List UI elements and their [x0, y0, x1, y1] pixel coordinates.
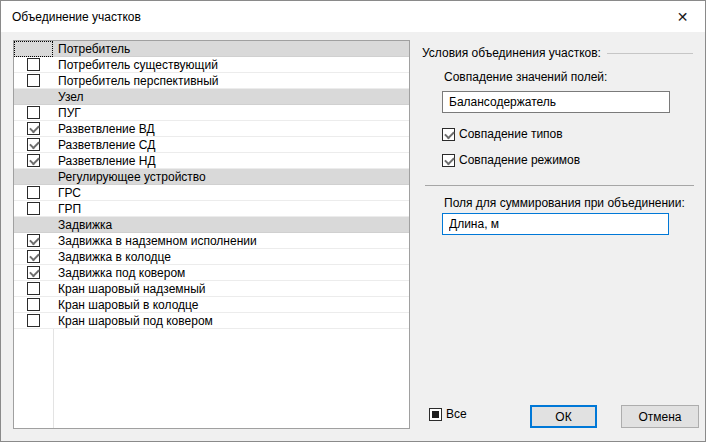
row-checkbox[interactable] — [27, 298, 40, 311]
list-item[interactable]: Разветвление СД — [14, 137, 409, 153]
list-item[interactable]: ПУГ — [14, 105, 409, 121]
list-item[interactable]: Кран шаровый под ковером — [14, 313, 409, 329]
row-checkbox[interactable] — [27, 122, 40, 135]
list-item[interactable]: Задвижка под ковером — [14, 265, 409, 281]
checkbox-cell[interactable] — [14, 137, 53, 153]
row-checkbox[interactable] — [27, 266, 40, 279]
checkbox-cell — [14, 169, 53, 185]
row-label: Разветвление ВД — [53, 122, 155, 136]
checkbox-cell[interactable] — [14, 313, 53, 329]
row-label: Узел — [53, 90, 84, 104]
match-types-label: Совпадение типов — [455, 127, 563, 141]
checkbox-cell[interactable] — [14, 73, 53, 89]
row-label: Кран шаровый в колодце — [53, 298, 198, 312]
checkbox-cell — [14, 217, 53, 233]
list-rows-container: ПотребительПотребитель существующийПотре… — [14, 41, 409, 329]
match-fields-input[interactable] — [442, 91, 670, 113]
checkbox-cell — [14, 89, 53, 105]
panel-separator — [425, 185, 694, 186]
list-group-header[interactable]: Узел — [14, 89, 409, 105]
select-all-checkbox-row[interactable]: Все — [429, 407, 467, 421]
match-types-checkbox[interactable] — [442, 128, 455, 141]
checkbox-cell[interactable] — [14, 153, 53, 169]
match-types-checkbox-row[interactable]: Совпадение типов — [442, 127, 563, 141]
row-checkbox[interactable] — [27, 234, 40, 247]
list-group-header[interactable]: Регулирующее устройство — [14, 169, 409, 185]
conditions-group-title: Условия объединения участков: — [422, 46, 601, 60]
row-checkbox[interactable] — [27, 314, 40, 327]
row-label: ПУГ — [53, 106, 81, 120]
row-label: Кран шаровый под ковером — [53, 314, 213, 328]
close-button[interactable]: ✕ — [660, 1, 705, 32]
row-label: Потребитель существующий — [53, 58, 218, 72]
list-item[interactable]: Потребитель существующий — [14, 57, 409, 73]
row-checkbox[interactable] — [27, 138, 40, 151]
row-checkbox[interactable] — [27, 202, 40, 215]
row-label: Регулирующее устройство — [53, 170, 206, 184]
checkbox-cell[interactable] — [14, 105, 53, 121]
row-checkbox[interactable] — [27, 106, 40, 119]
row-checkbox[interactable] — [27, 74, 40, 87]
cancel-button[interactable]: Отмена — [621, 405, 699, 428]
match-modes-checkbox-row[interactable]: Совпадение режимов — [442, 153, 580, 167]
titlebar: Объединение участков — [1, 1, 705, 32]
row-label: Задвижка в надземном исполнении — [53, 234, 257, 248]
list-item[interactable]: Задвижка в колодце — [14, 249, 409, 265]
select-all-checkbox[interactable] — [429, 408, 442, 421]
checkbox-cell — [14, 41, 53, 57]
list-item[interactable]: Кран шаровый в колодце — [14, 297, 409, 313]
row-label: Кран шаровый надземный — [53, 282, 206, 296]
match-fields-label: Совпадение значений полей: — [444, 70, 607, 84]
row-checkbox[interactable] — [27, 250, 40, 263]
row-checkbox[interactable] — [27, 154, 40, 167]
checkbox-cell[interactable] — [14, 57, 53, 73]
list-item[interactable]: Потребитель перспективный — [14, 73, 409, 89]
checkbox-cell[interactable] — [14, 281, 53, 297]
row-label: Задвижка под ковером — [53, 266, 185, 280]
row-label: Разветвление НД — [53, 154, 156, 168]
ok-button[interactable]: ОК — [530, 405, 597, 428]
conditions-group-line — [607, 53, 693, 54]
list-item[interactable]: ГРП — [14, 201, 409, 217]
checkbox-cell[interactable] — [14, 249, 53, 265]
checkbox-cell[interactable] — [14, 121, 53, 137]
window-title: Объединение участков — [1, 10, 141, 24]
match-modes-label: Совпадение режимов — [455, 153, 580, 167]
checkbox-cell[interactable] — [14, 201, 53, 217]
close-icon: ✕ — [677, 9, 689, 25]
row-label: Потребитель — [53, 42, 130, 56]
row-label: ГРП — [53, 202, 81, 216]
match-modes-checkbox[interactable] — [442, 154, 455, 167]
checkbox-cell[interactable] — [14, 233, 53, 249]
row-label: Разветвление СД — [53, 138, 155, 152]
list-item[interactable]: ГРС — [14, 185, 409, 201]
row-label: ГРС — [53, 186, 81, 200]
list-item[interactable]: Разветвление ВД — [14, 121, 409, 137]
row-label: Задвижка в колодце — [53, 250, 171, 264]
sum-fields-input[interactable] — [442, 213, 669, 235]
row-checkbox[interactable] — [27, 186, 40, 199]
sum-fields-label: Поля для суммирования при объединении: — [444, 196, 685, 210]
list-item[interactable]: Кран шаровый надземный — [14, 281, 409, 297]
list-group-header[interactable]: Потребитель — [14, 41, 409, 57]
select-all-label: Все — [442, 407, 467, 421]
object-type-list[interactable]: ПотребительПотребитель существующийПотре… — [13, 40, 410, 429]
list-group-header[interactable]: Задвижка — [14, 217, 409, 233]
row-label: Задвижка — [53, 218, 112, 232]
list-item[interactable]: Разветвление НД — [14, 153, 409, 169]
row-checkbox[interactable] — [27, 282, 40, 295]
merge-sections-dialog: Объединение участков ✕ ПотребительПотреб… — [0, 0, 706, 442]
list-item[interactable]: Задвижка в надземном исполнении — [14, 233, 409, 249]
checkbox-cell[interactable] — [14, 265, 53, 281]
row-label: Потребитель перспективный — [53, 74, 218, 88]
checkbox-cell[interactable] — [14, 297, 53, 313]
row-checkbox[interactable] — [27, 58, 40, 71]
checkbox-cell[interactable] — [14, 185, 53, 201]
